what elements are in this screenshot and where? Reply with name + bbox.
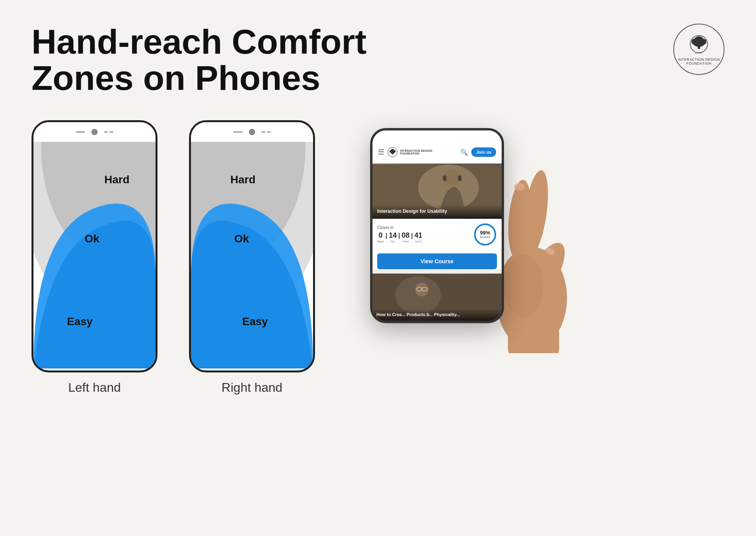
- svg-point-21: [458, 175, 462, 181]
- content-area: Hard Ok Easy Left hand: [32, 120, 724, 395]
- notch-dash-2: [109, 131, 113, 133]
- notch-dash-r2: [267, 131, 271, 133]
- easy-label-right: Easy: [242, 315, 268, 328]
- nav-brand-line1: INTERACTION DESIGN: [400, 149, 432, 152]
- secs-label: secs: [415, 240, 421, 243]
- hrs-unit: 14 hrs: [389, 231, 397, 243]
- app-navbar: ☰ INTERACTION DESIGN: [372, 141, 502, 164]
- notch-dot-r: [249, 129, 255, 135]
- svg-point-34: [504, 255, 543, 318]
- left-hand-phone-wrapper: Hard Ok Easy Left hand: [32, 120, 158, 395]
- svg-rect-5: [698, 46, 700, 49]
- notch-dot: [91, 129, 98, 135]
- course-card-1: Interaction Design for Usability Closes …: [372, 164, 502, 269]
- phone-diagrams: Hard Ok Easy Left hand: [32, 120, 315, 395]
- logo-text: INTERACTION DESIGNFOUNDATION: [678, 58, 720, 65]
- svg-point-20: [443, 175, 447, 181]
- ok-label-right: Ok: [234, 233, 249, 245]
- page-container: Hand-reach Comfort Zones on Phones Est. …: [0, 0, 756, 536]
- booked-indicator: 99% booked: [473, 223, 497, 246]
- app-status-bar: [372, 130, 502, 141]
- hamburger-icon[interactable]: ☰: [378, 148, 384, 156]
- second-course-overlay: How to Crea... Products b... Physicality…: [372, 309, 502, 320]
- search-icon[interactable]: 🔍: [460, 149, 468, 156]
- secs-value: 41: [414, 231, 422, 240]
- view-course-button[interactable]: View Course: [377, 253, 497, 269]
- course-title: Interaction Design for Usability: [377, 208, 497, 215]
- header: Hand-reach Comfort Zones on Phones Est. …: [32, 24, 724, 97]
- second-course-image: How to Crea... Products b... Physicality…: [372, 274, 502, 321]
- second-course-title: How to Crea... Products b... Physicality…: [376, 312, 498, 317]
- secs-unit: 41 secs: [414, 231, 422, 243]
- sep-3: |: [411, 232, 413, 242]
- right-zones-svg: [191, 122, 313, 370]
- left-zones-svg: [33, 122, 156, 370]
- course-card-2: How to Crea... Products b... Physicality…: [372, 273, 502, 321]
- course-image-1: Interaction Design for Usability: [372, 164, 502, 219]
- mins-label: mins: [402, 240, 409, 243]
- svg-text:Est. 2002: Est. 2002: [696, 52, 703, 54]
- svg-rect-16: [392, 153, 393, 154]
- notch-line: [76, 131, 85, 133]
- booked-percent: 99%: [480, 230, 490, 235]
- notch-dash-1: [104, 131, 108, 133]
- hard-label-left: Hard: [104, 173, 130, 186]
- left-hand-label: Left hand: [68, 380, 120, 395]
- app-mockup-section: ☰ INTERACTION DESIGN: [370, 128, 504, 323]
- nav-logo-icon: [387, 147, 398, 157]
- closes-label: Closes in: [377, 225, 422, 230]
- nav-brand-line2: FOUNDATION: [400, 152, 432, 155]
- course-info: Closes in 0 days | 14 hrs: [372, 219, 502, 250]
- notch-line-r: [233, 131, 243, 133]
- notch-dashes-r: [261, 131, 271, 133]
- mins-value: 08: [402, 231, 410, 240]
- nav-brand: INTERACTION DESIGN FOUNDATION: [400, 149, 432, 155]
- countdown-section: Closes in 0 days | 14 hrs: [377, 225, 422, 243]
- right-hand-label: Right hand: [222, 380, 283, 395]
- booked-label: booked: [480, 235, 490, 239]
- right-hand-phone: Hard Ok Easy: [189, 120, 315, 372]
- right-hand-phone-wrapper: Hard Ok Easy Right hand: [189, 120, 315, 395]
- phone-notch-right: [191, 122, 313, 142]
- join-button[interactable]: Join us: [471, 147, 496, 157]
- svg-point-35: [514, 183, 525, 191]
- course-image-overlay: Interaction Design for Usability: [372, 205, 502, 219]
- idf-logo: Est. 2002 INTERACTION DESIGNFOUNDATION: [673, 24, 724, 75]
- svg-rect-33: [508, 326, 559, 353]
- easy-label-left: Easy: [67, 315, 93, 328]
- ok-label-left: Ok: [85, 233, 99, 245]
- phone-app-frame: ☰ INTERACTION DESIGN: [370, 128, 504, 323]
- days-unit: 0 days: [377, 231, 384, 243]
- countdown-row: 0 days | 14 hrs |: [377, 231, 422, 243]
- logo-tree-icon: Est. 2002: [683, 33, 715, 57]
- hrs-value: 14: [389, 231, 397, 240]
- booked-text: 99% booked: [480, 230, 490, 239]
- phone-notch-left: [33, 122, 156, 142]
- days-value: 0: [378, 231, 382, 240]
- notch-dash-r1: [261, 131, 265, 133]
- sep-1: |: [385, 232, 387, 242]
- mins-unit: 08 mins: [402, 231, 410, 243]
- page-title: Hand-reach Comfort Zones on Phones: [32, 24, 465, 97]
- days-label: days: [377, 240, 384, 243]
- hrs-label: hrs: [391, 240, 395, 243]
- closes-in-row: Closes in 0 days | 14 hrs: [377, 223, 497, 246]
- hard-label-right: Hard: [230, 173, 256, 186]
- nav-logo-area: INTERACTION DESIGN FOUNDATION: [387, 147, 457, 157]
- sep-2: |: [398, 232, 400, 242]
- left-hand-phone: Hard Ok Easy: [32, 120, 158, 372]
- notch-dashes: [104, 131, 113, 133]
